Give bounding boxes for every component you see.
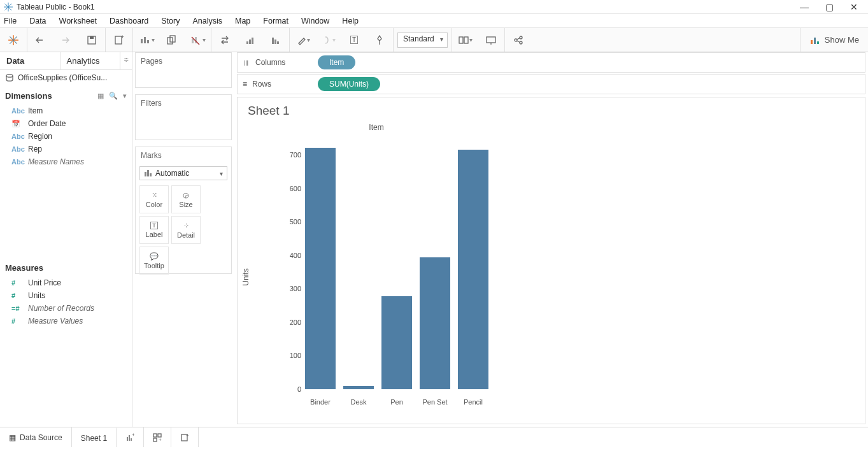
menu-map[interactable]: Map [235, 17, 250, 25]
marks-size-button[interactable]: ◶Size [171, 185, 201, 213]
undo-button[interactable] [31, 31, 50, 50]
dimension-field[interactable]: AbcItem [0, 104, 132, 117]
svg-rect-24 [274, 39, 276, 44]
chart-bar[interactable] [305, 148, 336, 389]
share-button[interactable] [509, 31, 528, 50]
detail-icon: ⁘ [183, 222, 189, 230]
group-button[interactable]: ▾ [319, 31, 338, 50]
new-worksheet-tab[interactable]: + [117, 427, 144, 447]
dimension-field[interactable]: AbcMeasure Names [0, 155, 132, 168]
tab-data[interactable]: Data [0, 52, 60, 69]
measure-field[interactable]: =#Number of Records [0, 302, 132, 315]
minimize-button[interactable]: — [800, 2, 809, 12]
measure-field[interactable]: #Unit Price [0, 276, 132, 289]
x-label: Pen Set [420, 398, 450, 406]
close-button[interactable]: ✕ [850, 2, 858, 12]
columns-pill-text: Item [329, 58, 344, 67]
menu-worksheet[interactable]: Worksheet [59, 17, 97, 25]
menu-story[interactable]: Story [161, 17, 180, 25]
dimension-field[interactable]: AbcRep [0, 143, 132, 155]
sort-desc-button[interactable] [266, 31, 285, 50]
svg-text:+: + [121, 34, 124, 40]
columns-pill-item[interactable]: Item [318, 55, 355, 69]
chart-bar[interactable] [343, 386, 374, 389]
new-data-source-button[interactable]: + [110, 31, 129, 50]
chart-bar[interactable] [381, 296, 412, 389]
marks-detail-button[interactable]: ⁘Detail [171, 216, 201, 244]
show-cards-button[interactable]: ▾ [456, 31, 475, 50]
menu-file[interactable]: File [4, 17, 17, 25]
marks-type-selector[interactable]: Automatic [139, 166, 227, 180]
rows-label: Rows [252, 80, 271, 89]
svg-rect-22 [252, 38, 253, 44]
save-button[interactable] [82, 31, 101, 50]
maximize-button[interactable]: ▢ [825, 2, 834, 12]
swap-button[interactable] [215, 31, 234, 50]
redo-button[interactable] [57, 31, 76, 50]
new-dashboard-tab[interactable]: + [144, 427, 171, 447]
title-bar: Tableau Public - Book1 — ▢ ✕ [0, 0, 868, 14]
svg-rect-41 [150, 173, 152, 176]
measure-field[interactable]: #Measure Values [0, 315, 132, 327]
svg-rect-35 [811, 40, 813, 44]
field-label: Region [28, 132, 52, 141]
rows-pill-sum-units[interactable]: SUM(Units) [318, 77, 380, 91]
chart-bar[interactable] [420, 257, 450, 390]
marks-tooltip-button[interactable]: 💬Tooltip [139, 247, 169, 275]
marks-color-label: Color [146, 201, 162, 208]
duplicate-button[interactable] [162, 31, 181, 50]
new-worksheet-button[interactable]: ▾ [137, 31, 156, 50]
datasource-tab[interactable]: ▦Data Source [0, 427, 72, 447]
marks-detail-label: Detail [177, 231, 195, 239]
sheet-tab[interactable]: Sheet 1 [72, 427, 117, 447]
new-story-tab[interactable]: + [171, 427, 199, 447]
field-label: Measure Values [28, 317, 83, 326]
svg-line-33 [516, 38, 520, 39]
datasource-item[interactable]: OfficeSupplies (OfficeSu... [0, 70, 132, 85]
tableau-logo-button[interactable] [4, 31, 23, 50]
show-me-label: Show Me [825, 35, 859, 45]
dimension-field[interactable]: 📅Order Date [0, 117, 132, 130]
measure-field[interactable]: #Units [0, 289, 132, 302]
cards-column: Pages Filters Marks Automatic ⁙Color ◶Si… [132, 52, 234, 427]
field-type-icon: 📅 [11, 120, 23, 128]
pin-button[interactable] [370, 31, 389, 50]
new-worksheet-icon: + [125, 433, 134, 442]
sort-asc-button[interactable] [241, 31, 260, 50]
show-me-button[interactable]: Show Me [800, 28, 868, 52]
view-toggle-icon[interactable]: ▦ [97, 92, 104, 100]
menu-help[interactable]: Help [342, 17, 359, 25]
menu-format[interactable]: Format [263, 17, 288, 25]
chart-bar[interactable] [458, 150, 488, 389]
tabs-menu-icon[interactable]: ≑ [120, 52, 132, 69]
labels-button[interactable]: T [345, 31, 364, 50]
fit-selector[interactable]: Standard [397, 32, 448, 48]
menu-analysis[interactable]: Analysis [192, 17, 222, 25]
dimension-field[interactable]: AbcRegion [0, 130, 132, 143]
view-area: ⫼Columns Item ≡Rows SUM(Units) Sheet 1 I… [234, 52, 868, 427]
pane-menu-icon[interactable]: ▾ [123, 92, 127, 100]
svg-point-31 [520, 36, 522, 39]
svg-text:+: + [186, 433, 189, 438]
filters-shelf[interactable]: Filters [135, 94, 232, 140]
marks-label-button[interactable]: TLabel [139, 216, 169, 244]
menu-dashboard[interactable]: Dashboard [110, 17, 148, 25]
field-type-icon: =# [11, 304, 23, 312]
presentation-button[interactable] [481, 31, 501, 50]
clear-button[interactable]: ▾ [188, 31, 207, 50]
menu-data[interactable]: Data [29, 17, 46, 25]
columns-icon: ⫼ [243, 58, 250, 67]
field-label: Number of Records [28, 304, 94, 313]
columns-shelf[interactable]: ⫼Columns Item [237, 52, 865, 73]
search-icon[interactable]: 🔍 [109, 92, 118, 100]
sheet-title[interactable]: Sheet 1 [248, 104, 855, 118]
highlight-button[interactable]: ▾ [294, 31, 313, 50]
rows-shelf[interactable]: ≡Rows SUM(Units) [237, 74, 865, 94]
marks-color-button[interactable]: ⁙Color [139, 185, 169, 213]
pages-shelf[interactable]: Pages [135, 52, 232, 88]
menu-window[interactable]: Window [301, 17, 329, 25]
chart-area: 0100200300400500600700 BinderDeskPenPen … [274, 138, 848, 406]
y-tick: 500 [285, 218, 301, 226]
size-icon: ◶ [183, 191, 189, 199]
tab-analytics[interactable]: Analytics [60, 52, 121, 69]
